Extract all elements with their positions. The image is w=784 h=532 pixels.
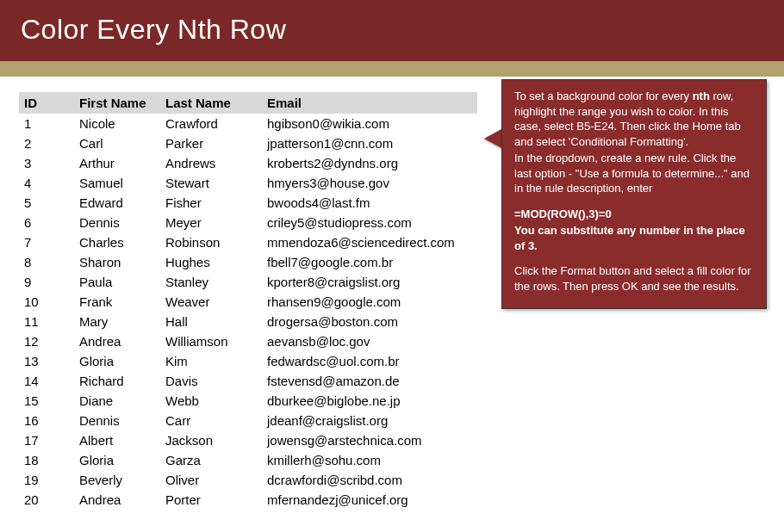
cell-first: Dennis [74,213,160,232]
cell-first: Carl [74,133,160,153]
cell-last: Meyer [160,213,262,232]
table-row: 17AlbertJacksonjowensg@arstechnica.com [19,430,477,450]
cell-email: aevansb@loc.gov [262,331,477,351]
table-row: 5EdwardFisherbwoods4@last.fm [19,193,477,213]
cell-email: jdeanf@craigslist.org [262,411,477,430]
cell-email: fbell7@google.com.br [262,252,477,272]
cell-id: 9 [19,272,74,292]
instruction-callout: To set a background color for every nth … [501,79,767,309]
table-row: 19BeverlyOliverdcrawfordi@scribd.com [19,470,477,490]
cell-id: 18 [19,450,74,470]
cell-last: Stanley [160,272,262,292]
callout-text: In the dropdown, create a new rule. Clic… [514,151,754,196]
cell-id: 16 [19,411,74,430]
cell-id: 10 [19,292,74,312]
cell-first: Andrea [74,331,160,351]
cell-last: Hughes [160,252,262,272]
table-row: 18GloriaGarzakmillerh@sohu.com [19,450,477,470]
cell-first: Paula [74,272,160,292]
callout-tail-icon [484,128,503,149]
cell-id: 12 [19,331,74,351]
table-header-row: ID First Name Last Name Email [19,92,477,114]
cell-id: 5 [19,193,74,213]
cell-id: 6 [19,213,74,232]
cell-first: Albert [74,430,160,450]
cell-email: criley5@studiopress.com [262,213,477,232]
cell-last: Williamson [160,331,262,351]
cell-id: 2 [19,133,74,153]
cell-last: Andrews [160,153,262,173]
cell-id: 15 [19,391,74,411]
cell-first: Mary [74,312,160,331]
cell-first: Arthur [74,153,160,173]
cell-last: Oliver [160,470,262,490]
cell-email: dburkee@biglobe.ne.jp [262,391,477,411]
content-area: ID First Name Last Name Email 1NicoleCra… [0,77,784,510]
cell-last: Robinson [160,232,262,252]
cell-last: Webb [160,391,262,411]
cell-id: 3 [19,153,74,173]
cell-id: 13 [19,351,74,371]
cell-email: kmillerh@sohu.com [262,450,477,470]
cell-last: Garza [160,450,262,470]
cell-id: 4 [19,173,74,193]
col-header-first: First Name [74,92,160,114]
cell-last: Fisher [160,193,262,213]
cell-first: Dennis [74,411,160,430]
callout-note: You can substitute any number in the pla… [514,223,754,253]
table-row: 11MaryHalldrogersa@boston.com [19,312,477,331]
callout-bold: =MOD(ROW(),3)=0 [514,207,612,220]
cell-email: kporter8@craigslist.org [262,272,477,292]
cell-first: Edward [74,193,160,213]
callout-formula: =MOD(ROW(),3)=0 [514,207,754,222]
callout-bold: You can substitute any number in the pla… [514,224,745,252]
table-row: 1NicoleCrawfordhgibson0@wikia.com [19,114,477,133]
cell-last: Hall [160,312,262,331]
cell-first: Charles [74,232,160,252]
table-row: 16DennisCarrjdeanf@craigslist.org [19,411,477,430]
table-row: 8SharonHughesfbell7@google.com.br [19,252,477,272]
cell-id: 14 [19,371,74,391]
table-row: 10FrankWeaverrhansen9@google.com [19,292,477,312]
callout-text: Click the Format button and select a fil… [514,263,754,294]
cell-email: drogersa@boston.com [262,312,477,331]
cell-id: 1 [19,114,74,133]
cell-email: fedwardsc@uol.com.br [262,351,477,371]
cell-first: Sharon [74,252,160,272]
callout-text: To set a background color for every nth … [514,89,754,149]
table-row: 4SamuelStewarthmyers3@house.gov [19,173,477,193]
cell-last: Kim [160,351,262,371]
cell-last: Parker [160,133,262,153]
callout-bold: nth [693,90,710,102]
col-header-id: ID [19,92,74,114]
cell-last: Davis [160,371,262,391]
cell-email: fstevensd@amazon.de [262,371,477,391]
cell-first: Samuel [74,173,160,193]
table-row: 7CharlesRobinsonmmendoza6@sciencedirect.… [19,232,477,252]
cell-email: mfernandezj@unicef.org [262,490,477,510]
cell-last: Weaver [160,292,262,312]
col-header-last: Last Name [160,92,262,114]
cell-id: 7 [19,232,74,252]
table-row: 9PaulaStanleykporter8@craigslist.org [19,272,477,292]
cell-first: Richard [74,371,160,391]
cell-last: Crawford [160,114,262,133]
cell-id: 20 [19,490,74,510]
col-header-email: Email [262,92,477,114]
cell-email: hgibson0@wikia.com [262,114,477,133]
cell-last: Stewart [160,173,262,193]
accent-stripe [0,61,784,77]
cell-first: Beverly [74,470,160,490]
cell-last: Carr [160,411,262,430]
cell-last: Jackson [160,430,262,450]
table-row: 14RichardDavisfstevensd@amazon.de [19,371,477,391]
table-row: 12AndreaWilliamsonaevansb@loc.gov [19,331,477,351]
page-title: Color Every Nth Row [0,0,784,61]
table-row: 3ArthurAndrewskroberts2@dyndns.org [19,153,477,173]
cell-last: Porter [160,490,262,510]
cell-email: bwoods4@last.fm [262,193,477,213]
cell-email: dcrawfordi@scribd.com [262,470,477,490]
cell-email: jowensg@arstechnica.com [262,430,477,450]
data-table: ID First Name Last Name Email 1NicoleCra… [19,92,477,510]
cell-first: Gloria [74,351,160,371]
